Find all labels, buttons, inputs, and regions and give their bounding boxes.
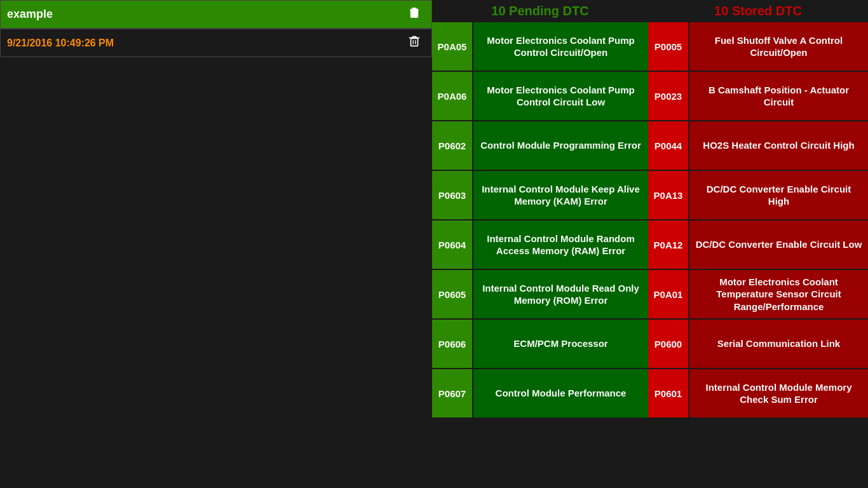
sidebar-delete-button[interactable]	[403, 4, 425, 24]
stored-dtc-description: HO2S Heater Control Circuit High	[689, 121, 868, 170]
sidebar-title: example	[7, 8, 53, 21]
pending-dtc-description: Control Module Performance	[473, 369, 648, 417]
pending-dtc-description: Internal Control Module Random Access Me…	[473, 220, 648, 269]
date-delete-button[interactable]	[403, 33, 425, 53]
stored-dtc-description: Internal Control Module Memory Check Sum…	[689, 369, 868, 417]
pending-dtc-list[interactable]: P0A05Motor Electronics Coolant Pump Cont…	[432, 22, 648, 488]
pending-dtc-row[interactable]: P0A06Motor Electronics Coolant Pump Cont…	[432, 72, 648, 121]
pending-dtc-code: P0A05	[432, 22, 473, 71]
pending-dtc-row[interactable]: P0602Control Module Programming Error	[432, 121, 648, 171]
stored-dtc-row[interactable]: P0600Serial Communication Link	[648, 320, 868, 369]
pending-dtc-description: Motor Electronics Coolant Pump Control C…	[473, 72, 648, 120]
pending-dtc-row[interactable]: P0606ECM/PCM Processor	[432, 320, 648, 369]
pending-dtc-code: P0602	[432, 121, 473, 170]
stored-dtc-code: P0A12	[648, 220, 689, 269]
pending-dtc-code: P0603	[432, 171, 473, 219]
pending-dtc-code: P0605	[432, 270, 473, 318]
stored-dtc-column: 10 Stored DTC P0005Fuel Shutoff Valve A …	[648, 0, 868, 488]
sidebar-header: example	[0, 0, 432, 29]
stored-dtc-row[interactable]: P0023B Camshaft Position - Actuator Circ…	[648, 72, 868, 121]
stored-dtc-header: 10 Stored DTC	[648, 0, 868, 22]
pending-dtc-description: ECM/PCM Processor	[473, 320, 648, 368]
sidebar-date-row: 9/21/2016 10:49:26 PM	[0, 29, 432, 57]
stored-dtc-code: P0601	[648, 369, 689, 417]
stored-dtc-row[interactable]: P0601Internal Control Module Memory Chec…	[648, 369, 868, 419]
stored-dtc-description: Fuel Shutoff Valve A Control Circuit/Ope…	[689, 22, 868, 71]
stored-dtc-row[interactable]: P0A13DC/DC Converter Enable Circuit High	[648, 171, 868, 220]
stored-dtc-description: DC/DC Converter Enable Circuit High	[689, 171, 868, 219]
stored-dtc-description: Serial Communication Link	[689, 320, 868, 368]
stored-dtc-code: P0023	[648, 72, 689, 120]
pending-dtc-header: 10 Pending DTC	[432, 0, 648, 22]
stored-dtc-row[interactable]: P0005Fuel Shutoff Valve A Control Circui…	[648, 22, 868, 72]
stored-dtc-code: P0600	[648, 320, 689, 368]
main-content: 10 Pending DTC P0A05Motor Electronics Co…	[432, 0, 868, 488]
stored-dtc-description: B Camshaft Position - Actuator Circuit	[689, 72, 868, 120]
pending-dtc-code: P0607	[432, 369, 473, 417]
stored-dtc-row[interactable]: P0A01Motor Electronics Coolant Temperatu…	[648, 270, 868, 320]
stored-dtc-description: DC/DC Converter Enable Circuit Low	[689, 220, 868, 269]
pending-dtc-description: Motor Electronics Coolant Pump Control C…	[473, 22, 648, 71]
stored-dtc-code: P0A13	[648, 171, 689, 219]
pending-dtc-row[interactable]: P0603Internal Control Module Keep Alive …	[432, 171, 648, 220]
pending-dtc-code: P0A06	[432, 72, 473, 120]
stored-dtc-list[interactable]: P0005Fuel Shutoff Valve A Control Circui…	[648, 22, 868, 488]
stored-dtc-description: Motor Electronics Coolant Temperature Se…	[689, 270, 868, 318]
pending-dtc-row[interactable]: P0605Internal Control Module Read Only M…	[432, 270, 648, 320]
sidebar-date: 9/21/2016 10:49:26 PM	[7, 37, 114, 49]
pending-dtc-description: Internal Control Module Keep Alive Memor…	[473, 171, 648, 219]
pending-dtc-description: Internal Control Module Read Only Memory…	[473, 270, 648, 318]
stored-dtc-code: P0005	[648, 22, 689, 71]
pending-dtc-code: P0604	[432, 220, 473, 269]
pending-dtc-row[interactable]: P0607Control Module Performance	[432, 369, 648, 419]
stored-dtc-code: P0A01	[648, 270, 689, 318]
trash-icon	[407, 6, 421, 20]
pending-dtc-row[interactable]: P0604Internal Control Module Random Acce…	[432, 220, 648, 270]
stored-dtc-row[interactable]: P0A12DC/DC Converter Enable Circuit Low	[648, 220, 868, 270]
pending-dtc-row[interactable]: P0A05Motor Electronics Coolant Pump Cont…	[432, 22, 648, 72]
sidebar: example 9/21/2016 10:49:26 PM	[0, 0, 432, 488]
trash-icon-2	[407, 34, 421, 48]
pending-dtc-description: Control Module Programming Error	[473, 121, 648, 170]
pending-dtc-code: P0606	[432, 320, 473, 368]
stored-dtc-row[interactable]: P0044HO2S Heater Control Circuit High	[648, 121, 868, 171]
svg-rect-4	[411, 38, 418, 46]
stored-dtc-code: P0044	[648, 121, 689, 170]
pending-dtc-column: 10 Pending DTC P0A05Motor Electronics Co…	[432, 0, 648, 488]
